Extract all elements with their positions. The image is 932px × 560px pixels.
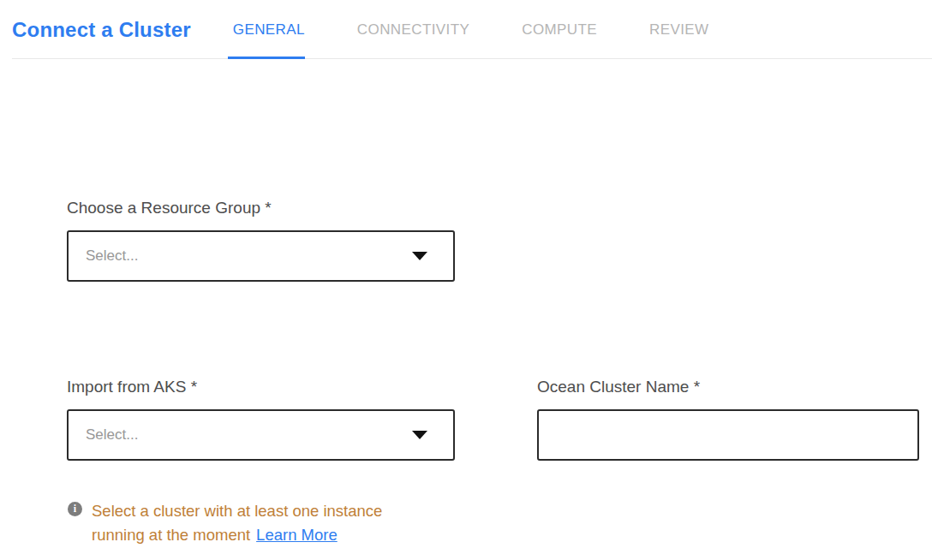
resource-group-label: Choose a Resource Group * — [67, 200, 932, 217]
tab-review[interactable]: REVIEW — [649, 0, 708, 59]
cluster-name-input[interactable] — [537, 409, 919, 461]
second-row: Import from AKS * Select... Ocean Cluste… — [67, 378, 932, 461]
resource-group-placeholder: Select... — [86, 247, 412, 265]
tab-compute[interactable]: COMPUTE — [522, 0, 597, 59]
cluster-name-label: Ocean Cluster Name * — [537, 378, 919, 396]
page-title: Connect a Cluster — [12, 18, 191, 42]
info-message-text: Select a cluster with at least one insta… — [92, 499, 382, 547]
import-aks-label: Import from AKS * — [67, 378, 455, 396]
info-message: i Select a cluster with at least one ins… — [68, 499, 932, 547]
wizard-tabs: GENERAL CONNECTIVITY COMPUTE REVIEW — [233, 0, 762, 59]
tab-connectivity[interactable]: CONNECTIVITY — [357, 0, 469, 59]
import-aks-field: Import from AKS * Select... — [67, 378, 455, 461]
tab-general[interactable]: GENERAL — [233, 0, 305, 59]
import-aks-placeholder: Select... — [86, 426, 412, 444]
wizard-body: Choose a Resource Group * Select... Impo… — [0, 200, 932, 547]
wizard-header: Connect a Cluster GENERAL CONNECTIVITY C… — [0, 0, 932, 59]
import-aks-select[interactable]: Select... — [67, 409, 455, 461]
info-icon: i — [68, 502, 82, 516]
resource-group-select[interactable]: Select... — [67, 230, 455, 282]
chevron-down-icon — [412, 431, 427, 439]
resource-group-field: Choose a Resource Group * Select... — [67, 200, 932, 282]
cluster-name-field: Ocean Cluster Name * — [537, 378, 919, 461]
chevron-down-icon — [412, 252, 427, 260]
info-message-line1: Select a cluster with at least one insta… — [92, 499, 382, 523]
info-message-line2: running at the moment — [92, 526, 250, 544]
learn-more-link[interactable]: Learn More — [256, 526, 338, 544]
